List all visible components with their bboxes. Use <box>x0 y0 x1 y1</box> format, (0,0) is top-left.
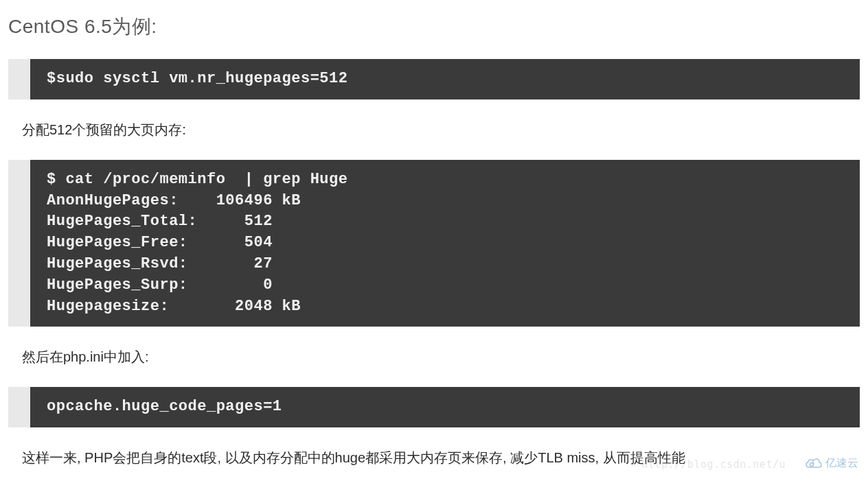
code-block-container-1: $sudo sysctl vm.nr_hugepages=512 <box>8 59 860 99</box>
paragraph-2: 然后在php.ini中加入: <box>22 346 860 368</box>
code-accent-bar <box>8 387 30 427</box>
code-block-container-2: $ cat /proc/meminfo | grep Huge AnonHuge… <box>8 160 860 327</box>
watermark-url: http://blog.csdn.net/u <box>641 458 786 471</box>
watermark-logo: 亿速云 <box>805 456 858 471</box>
code-block-3: opcache.huge_code_pages=1 <box>30 387 860 427</box>
code-accent-bar <box>8 59 30 99</box>
watermark-text: 亿速云 <box>825 456 858 471</box>
paragraph-1: 分配512个预留的大页内存: <box>22 119 860 141</box>
article-heading: CentOS 6.5为例: <box>8 14 860 40</box>
code-block-2: $ cat /proc/meminfo | grep Huge AnonHuge… <box>30 160 860 327</box>
code-accent-bar <box>8 160 30 327</box>
cloud-icon <box>805 458 823 470</box>
code-block-1: $sudo sysctl vm.nr_hugepages=512 <box>30 59 860 99</box>
code-block-container-3: opcache.huge_code_pages=1 <box>8 387 860 427</box>
